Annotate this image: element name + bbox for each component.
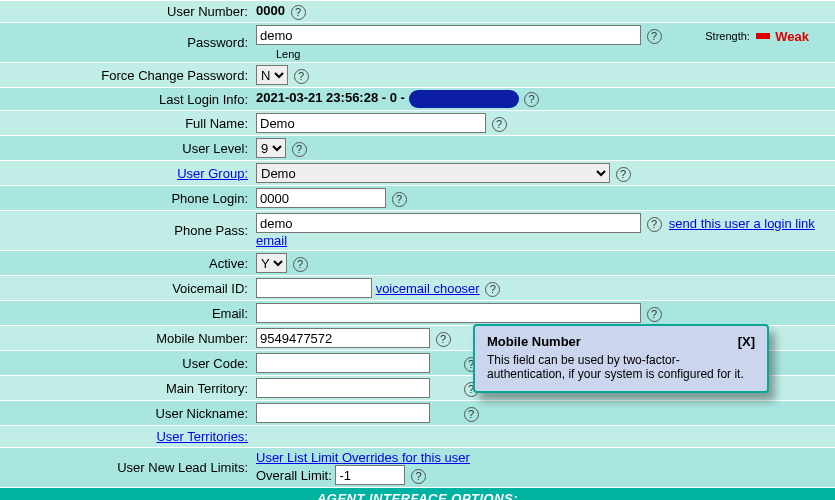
user-level-select[interactable]: 9 xyxy=(256,138,286,158)
help-icon[interactable]: ? xyxy=(292,142,307,157)
help-icon[interactable]: ? xyxy=(411,469,426,484)
help-icon[interactable]: ? xyxy=(436,332,451,347)
user-nickname-label: User Nickname: xyxy=(156,406,248,421)
force-change-select[interactable]: N xyxy=(256,65,288,85)
user-territories-label-link[interactable]: User Territories: xyxy=(156,429,248,444)
help-icon[interactable]: ? xyxy=(647,29,662,44)
active-label: Active: xyxy=(209,256,248,271)
last-login-value: 2021-03-21 23:56:28 - 0 - xyxy=(256,90,405,105)
help-icon[interactable]: ? xyxy=(294,69,309,84)
user-nickname-input[interactable] xyxy=(256,403,430,423)
user-number-label: User Number: xyxy=(167,4,248,19)
strength-bar-icon xyxy=(756,33,770,39)
help-icon[interactable]: ? xyxy=(647,217,662,232)
phone-pass-input[interactable] xyxy=(256,213,641,233)
user-list-limit-link[interactable]: User List Limit Overrides for this user xyxy=(256,450,470,465)
user-group-label-link[interactable]: User Group: xyxy=(177,166,248,181)
voicemail-chooser-link[interactable]: voicemail chooser xyxy=(376,281,480,296)
full-name-input[interactable] xyxy=(256,113,486,133)
user-level-label: User Level: xyxy=(182,141,248,156)
redacted-mark xyxy=(409,90,519,108)
voicemail-id-label: Voicemail ID: xyxy=(172,281,248,296)
overall-limit-label: Overall Limit: xyxy=(256,468,332,483)
help-icon[interactable]: ? xyxy=(524,92,539,107)
main-territory-input[interactable] xyxy=(256,378,430,398)
password-label: Password: xyxy=(187,35,248,50)
new-lead-limits-label: User New Lead Limits: xyxy=(117,460,248,475)
phone-login-input[interactable] xyxy=(256,188,386,208)
mobile-number-label: Mobile Number: xyxy=(156,331,248,346)
help-icon[interactable]: ? xyxy=(293,257,308,272)
tooltip-close-button[interactable]: [X] xyxy=(738,334,755,349)
strength-label: Strength: xyxy=(705,30,750,42)
agent-interface-header: AGENT INTERFACE OPTIONS: xyxy=(0,488,835,501)
full-name-label: Full Name: xyxy=(185,116,248,131)
tooltip-body: This field can be used by two-factor-aut… xyxy=(487,353,755,381)
force-change-label: Force Change Password: xyxy=(101,68,248,83)
tooltip-title: Mobile Number xyxy=(487,334,581,349)
active-select[interactable]: Y xyxy=(256,253,287,273)
mobile-number-tooltip: Mobile Number [X] This field can be used… xyxy=(473,324,769,393)
help-icon[interactable]: ? xyxy=(392,192,407,207)
overall-limit-input[interactable] xyxy=(335,465,405,485)
mobile-number-input[interactable] xyxy=(256,328,430,348)
user-code-input[interactable] xyxy=(256,353,430,373)
help-icon[interactable]: ? xyxy=(464,407,479,422)
help-icon[interactable]: ? xyxy=(291,5,306,20)
help-icon[interactable]: ? xyxy=(485,282,500,297)
help-icon[interactable]: ? xyxy=(492,117,507,132)
help-icon[interactable]: ? xyxy=(647,307,662,322)
email-label: Email: xyxy=(212,306,248,321)
email-input[interactable] xyxy=(256,303,641,323)
user-number-value: 0000 xyxy=(256,3,285,18)
user-code-label: User Code: xyxy=(182,356,248,371)
strength-value: Weak xyxy=(775,29,809,44)
voicemail-id-input[interactable] xyxy=(256,278,372,298)
password-input[interactable] xyxy=(256,25,641,45)
main-territory-label: Main Territory: xyxy=(166,381,248,396)
phone-pass-label: Phone Pass: xyxy=(174,223,248,238)
help-icon[interactable]: ? xyxy=(616,167,631,182)
last-login-label: Last Login Info: xyxy=(159,92,248,107)
length-label: Leng xyxy=(276,48,300,60)
user-group-select[interactable]: Demo xyxy=(256,163,610,183)
phone-login-label: Phone Login: xyxy=(171,191,248,206)
